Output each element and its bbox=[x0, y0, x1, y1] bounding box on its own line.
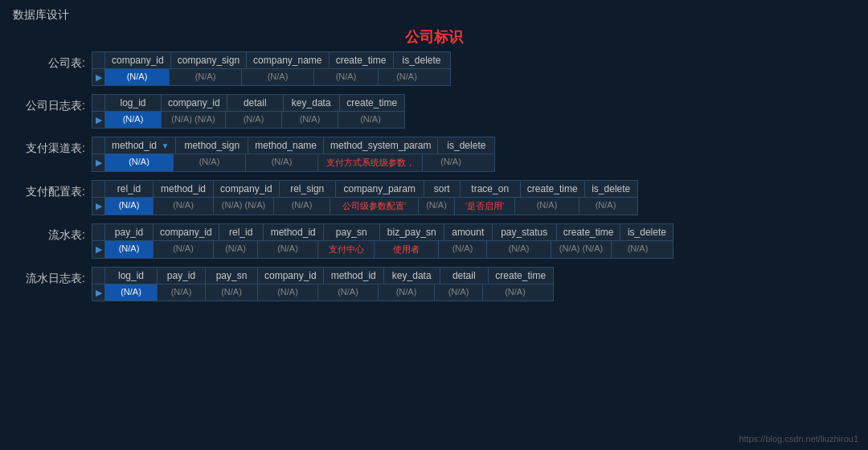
data-cell-4-8: (N/A) (N/A) bbox=[551, 241, 612, 258]
table-section-4: 流水表:pay_idcompany_idrel_idmethod_idpay_s… bbox=[13, 223, 855, 259]
data-cell-5-2: (N/A) bbox=[206, 284, 258, 301]
section-label-0: 公司表: bbox=[13, 51, 85, 71]
data-cell-3-1: (N/A) bbox=[154, 198, 214, 215]
col-header-0-3: create_time bbox=[330, 52, 394, 68]
col-header-3-6: trace_on bbox=[461, 181, 521, 197]
section-label-1: 公司日志表: bbox=[13, 94, 85, 113]
col-header-1-3: key_data bbox=[284, 95, 340, 111]
data-cell-4-6: (N/A) bbox=[439, 241, 487, 258]
data-cell-4-2: (N/A) bbox=[214, 241, 258, 258]
col-header-3-4: company_param bbox=[336, 181, 424, 197]
data-cell-2-4: (N/A) bbox=[423, 154, 479, 171]
col-header-2-0: method_id ▼ bbox=[105, 137, 176, 153]
col-header-4-8: create_time bbox=[557, 224, 621, 240]
pk-arrow-4: ▶ bbox=[92, 241, 105, 258]
watermark: https://blog.csdn.net/liuzhirou1 bbox=[739, 434, 858, 444]
data-cell-5-4: (N/A) bbox=[318, 284, 379, 301]
data-cell-4-5: 使用者 bbox=[375, 241, 439, 258]
data-cell-5-7: (N/A) bbox=[483, 284, 547, 301]
section-label-3: 支付配置表: bbox=[13, 180, 85, 199]
data-cell-5-6: (N/A) bbox=[435, 284, 483, 301]
data-cell-3-6: '是否启用' bbox=[455, 198, 515, 215]
data-cell-1-3: (N/A) bbox=[282, 112, 338, 128]
col-header-2-2: method_name bbox=[248, 137, 324, 153]
col-header-4-6: amount bbox=[444, 224, 493, 240]
data-cell-0-2: (N/A) bbox=[242, 69, 314, 85]
col-header-1-1: company_id bbox=[162, 95, 227, 111]
data-cell-3-4: 公司级参数配置' bbox=[330, 198, 419, 215]
pk-indicator-5 bbox=[92, 268, 105, 284]
data-cell-4-3: (N/A) bbox=[258, 241, 318, 258]
section-label-2: 支付渠道表: bbox=[13, 137, 85, 156]
table-section-0: 公司表:company_idcompany_signcompany_namecr… bbox=[13, 51, 855, 86]
data-cell-2-3: 支付方式系统级参数， bbox=[318, 154, 423, 171]
page-title: 数据库设计 bbox=[0, 0, 868, 27]
col-header-3-8: is_delete bbox=[585, 181, 637, 197]
data-cell-0-0: (N/A) bbox=[105, 69, 170, 85]
data-cell-5-1: (N/A) bbox=[158, 284, 206, 301]
col-header-5-6: detail bbox=[440, 268, 489, 284]
col-header-0-1: company_sign bbox=[171, 52, 247, 68]
data-cell-1-0: (N/A) bbox=[105, 112, 162, 128]
arrow-icon: ▶ bbox=[96, 288, 102, 297]
col-header-0-0: company_id bbox=[105, 52, 171, 68]
data-cell-3-5: (N/A) bbox=[419, 198, 455, 215]
data-cell-1-1: (N/A) (N/A) bbox=[162, 112, 226, 128]
section-label-4: 流水表: bbox=[13, 223, 85, 243]
data-cell-4-9: (N/A) bbox=[612, 241, 664, 258]
col-header-3-2: company_id bbox=[214, 181, 280, 197]
data-cell-1-4: (N/A) bbox=[338, 112, 403, 128]
col-header-2-4: is_delete bbox=[438, 137, 494, 153]
data-cell-0-1: (N/A) bbox=[170, 69, 242, 85]
pk-indicator-4 bbox=[92, 224, 105, 240]
db-table-5: log_idpay_idpay_sncompany_idmethod_idkey… bbox=[92, 267, 554, 301]
col-header-3-0: rel_id bbox=[105, 181, 154, 197]
col-header-4-1: company_id bbox=[154, 224, 219, 240]
pk-indicator-1 bbox=[92, 95, 105, 111]
col-header-5-3: company_id bbox=[258, 268, 324, 284]
col-header-4-5: biz_pay_sn bbox=[380, 224, 444, 240]
data-cell-2-2: (N/A) bbox=[246, 154, 318, 171]
col-header-4-3: method_id bbox=[264, 224, 324, 240]
center-title: 公司标识 bbox=[0, 27, 868, 47]
pk-indicator-0 bbox=[92, 52, 105, 68]
pk-arrow-2: ▶ bbox=[92, 154, 105, 171]
col-header-5-2: pay_sn bbox=[206, 268, 258, 284]
arrow-icon: ▶ bbox=[96, 201, 102, 211]
arrow-icon: ▶ bbox=[96, 244, 102, 254]
col-header-4-9: is_delete bbox=[620, 224, 673, 240]
data-cell-5-0: (N/A) bbox=[105, 284, 158, 301]
data-cell-3-7: (N/A) bbox=[515, 198, 579, 215]
pk-arrow-0: ▶ bbox=[92, 69, 105, 85]
arrow-icon: ▶ bbox=[96, 158, 102, 167]
col-header-2-3: method_system_param bbox=[324, 137, 438, 153]
col-header-2-1: method_sign bbox=[176, 137, 248, 153]
db-table-4: pay_idcompany_idrel_idmethod_idpay_snbiz… bbox=[92, 223, 674, 259]
db-table-2: method_id ▼method_signmethod_namemethod_… bbox=[92, 137, 495, 172]
db-table-1: log_idcompany_iddetailkey_datacreate_tim… bbox=[92, 94, 405, 129]
col-header-1-2: detail bbox=[227, 95, 284, 111]
data-cell-4-0: (N/A) bbox=[105, 241, 154, 258]
col-header-0-4: is_delete bbox=[394, 52, 450, 68]
table-section-3: 支付配置表:rel_idmethod_idcompany_idrel_signc… bbox=[13, 180, 855, 215]
col-header-5-5: key_data bbox=[384, 268, 440, 284]
col-header-3-7: create_time bbox=[521, 181, 585, 197]
data-cell-5-3: (N/A) bbox=[258, 284, 318, 301]
col-header-5-7: create_time bbox=[489, 268, 553, 284]
col-header-5-0: log_id bbox=[105, 268, 158, 284]
col-header-5-1: pay_id bbox=[158, 268, 206, 284]
data-cell-1-2: (N/A) bbox=[226, 112, 282, 128]
col-header-5-4: method_id bbox=[324, 268, 384, 284]
table-section-2: 支付渠道表:method_id ▼method_signmethod_namem… bbox=[13, 137, 855, 172]
col-header-3-1: method_id bbox=[154, 181, 214, 197]
arrow-icon: ▶ bbox=[96, 115, 102, 125]
col-header-1-0: log_id bbox=[105, 95, 162, 111]
col-header-1-4: create_time bbox=[340, 95, 404, 111]
table-section-1: 公司日志表:log_idcompany_iddetailkey_datacrea… bbox=[13, 94, 855, 129]
col-header-3-3: rel_sign bbox=[280, 181, 336, 197]
table-section-5: 流水日志表:log_idpay_idpay_sncompany_idmethod… bbox=[13, 267, 855, 301]
col-header-4-4: pay_sn bbox=[324, 224, 380, 240]
data-cell-5-5: (N/A) bbox=[379, 284, 435, 301]
col-header-4-7: pay_status bbox=[493, 224, 557, 240]
data-cell-4-4: 支付中心 bbox=[318, 241, 375, 258]
